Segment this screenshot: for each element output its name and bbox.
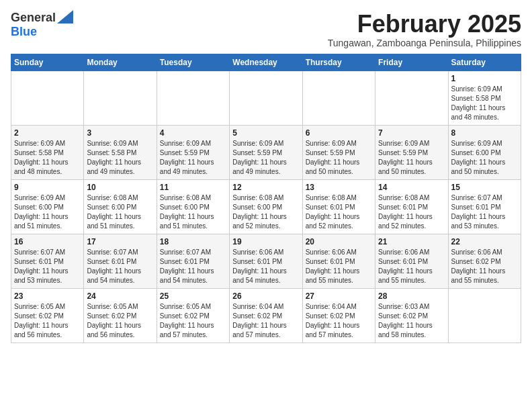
calendar-cell: 25Sunrise: 6:05 AM Sunset: 6:02 PM Dayli… <box>157 288 229 342</box>
day-info: Sunrise: 6:04 AM Sunset: 6:02 PM Dayligh… <box>232 302 299 340</box>
calendar-table: SundayMondayTuesdayWednesdayThursdayFrid… <box>11 54 521 343</box>
calendar-cell <box>302 71 375 125</box>
calendar-cell: 12Sunrise: 6:08 AM Sunset: 6:00 PM Dayli… <box>230 179 302 234</box>
page-header: General Blue February 2025 Tungawan, Zam… <box>11 11 521 48</box>
calendar-cell: 14Sunrise: 6:08 AM Sunset: 6:01 PM Dayli… <box>375 179 448 234</box>
day-info: Sunrise: 6:09 AM Sunset: 5:59 PM Dayligh… <box>306 139 372 177</box>
day-info: Sunrise: 6:07 AM Sunset: 6:01 PM Dayligh… <box>160 248 226 285</box>
calendar-cell: 11Sunrise: 6:08 AM Sunset: 6:00 PM Dayli… <box>157 179 229 234</box>
calendar-cell: 5Sunrise: 6:09 AM Sunset: 5:59 PM Daylig… <box>230 125 302 179</box>
col-header-tuesday: Tuesday <box>157 54 229 71</box>
calendar-cell <box>11 71 84 125</box>
svg-marker-0 <box>57 10 73 24</box>
day-number: 10 <box>87 183 153 192</box>
calendar-cell <box>84 71 157 125</box>
calendar-cell: 22Sunrise: 6:06 AM Sunset: 6:02 PM Dayli… <box>448 234 521 288</box>
calendar-cell: 8Sunrise: 6:09 AM Sunset: 6:00 PM Daylig… <box>448 125 521 179</box>
logo-general-text: General <box>11 11 56 25</box>
day-number: 20 <box>306 237 372 246</box>
calendar-cell: 28Sunrise: 6:03 AM Sunset: 6:02 PM Dayli… <box>375 288 448 342</box>
calendar-cell: 9Sunrise: 6:09 AM Sunset: 6:00 PM Daylig… <box>11 179 84 234</box>
day-number: 25 <box>160 291 226 301</box>
calendar-title: February 2025 <box>328 11 521 38</box>
day-number: 18 <box>160 237 226 246</box>
day-info: Sunrise: 6:09 AM Sunset: 6:00 PM Dayligh… <box>451 139 518 177</box>
calendar-cell: 6Sunrise: 6:09 AM Sunset: 5:59 PM Daylig… <box>302 125 375 179</box>
calendar-week-row: 23Sunrise: 6:05 AM Sunset: 6:02 PM Dayli… <box>11 288 521 342</box>
col-header-saturday: Saturday <box>448 54 521 71</box>
day-number: 4 <box>160 128 226 138</box>
day-number: 19 <box>232 237 299 246</box>
day-number: 7 <box>378 128 445 138</box>
day-number: 28 <box>378 291 445 301</box>
day-number: 17 <box>87 237 153 246</box>
day-info: Sunrise: 6:05 AM Sunset: 6:02 PM Dayligh… <box>160 302 226 340</box>
day-info: Sunrise: 6:06 AM Sunset: 6:01 PM Dayligh… <box>378 248 445 285</box>
calendar-week-row: 1Sunrise: 6:09 AM Sunset: 5:58 PM Daylig… <box>11 71 521 125</box>
calendar-cell: 19Sunrise: 6:06 AM Sunset: 6:01 PM Dayli… <box>230 234 302 288</box>
day-number: 15 <box>451 183 518 192</box>
day-info: Sunrise: 6:08 AM Sunset: 6:00 PM Dayligh… <box>87 193 153 231</box>
day-info: Sunrise: 6:06 AM Sunset: 6:01 PM Dayligh… <box>306 248 372 285</box>
calendar-cell: 1Sunrise: 6:09 AM Sunset: 5:58 PM Daylig… <box>448 71 521 125</box>
calendar-cell: 2Sunrise: 6:09 AM Sunset: 5:58 PM Daylig… <box>11 125 84 179</box>
calendar-subtitle: Tungawan, Zamboanga Peninsula, Philippin… <box>328 38 521 48</box>
calendar-cell: 27Sunrise: 6:04 AM Sunset: 6:02 PM Dayli… <box>302 288 375 342</box>
logo-icon <box>57 10 73 24</box>
day-number: 21 <box>378 237 445 246</box>
calendar-header-row: SundayMondayTuesdayWednesdayThursdayFrid… <box>11 54 521 71</box>
day-info: Sunrise: 6:09 AM Sunset: 5:58 PM Dayligh… <box>451 85 518 122</box>
day-number: 5 <box>232 128 299 138</box>
logo: General Blue <box>11 11 73 39</box>
calendar-cell: 13Sunrise: 6:08 AM Sunset: 6:01 PM Dayli… <box>302 179 375 234</box>
calendar-week-row: 2Sunrise: 6:09 AM Sunset: 5:58 PM Daylig… <box>11 125 521 179</box>
day-number: 27 <box>306 291 372 301</box>
day-info: Sunrise: 6:06 AM Sunset: 6:01 PM Dayligh… <box>232 248 299 285</box>
col-header-monday: Monday <box>84 54 157 71</box>
calendar-cell <box>448 288 521 342</box>
calendar-cell: 21Sunrise: 6:06 AM Sunset: 6:01 PM Dayli… <box>375 234 448 288</box>
day-info: Sunrise: 6:09 AM Sunset: 5:59 PM Dayligh… <box>232 139 299 177</box>
day-number: 13 <box>306 183 372 192</box>
day-info: Sunrise: 6:09 AM Sunset: 5:58 PM Dayligh… <box>87 139 153 177</box>
day-number: 24 <box>87 291 153 301</box>
calendar-cell: 7Sunrise: 6:09 AM Sunset: 5:59 PM Daylig… <box>375 125 448 179</box>
col-header-wednesday: Wednesday <box>230 54 302 71</box>
day-number: 2 <box>14 128 81 138</box>
day-info: Sunrise: 6:07 AM Sunset: 6:01 PM Dayligh… <box>14 248 81 285</box>
day-number: 23 <box>14 291 81 301</box>
calendar-cell: 3Sunrise: 6:09 AM Sunset: 5:58 PM Daylig… <box>84 125 157 179</box>
day-info: Sunrise: 6:06 AM Sunset: 6:02 PM Dayligh… <box>451 248 518 285</box>
day-info: Sunrise: 6:09 AM Sunset: 5:58 PM Dayligh… <box>14 139 81 177</box>
day-number: 14 <box>378 183 445 192</box>
calendar-week-row: 16Sunrise: 6:07 AM Sunset: 6:01 PM Dayli… <box>11 234 521 288</box>
calendar-cell: 4Sunrise: 6:09 AM Sunset: 5:59 PM Daylig… <box>157 125 229 179</box>
day-info: Sunrise: 6:08 AM Sunset: 6:00 PM Dayligh… <box>160 193 226 231</box>
day-info: Sunrise: 6:05 AM Sunset: 6:02 PM Dayligh… <box>14 302 81 340</box>
calendar-cell: 10Sunrise: 6:08 AM Sunset: 6:00 PM Dayli… <box>84 179 157 234</box>
day-number: 16 <box>14 237 81 246</box>
day-info: Sunrise: 6:09 AM Sunset: 6:00 PM Dayligh… <box>14 193 81 231</box>
day-info: Sunrise: 6:07 AM Sunset: 6:01 PM Dayligh… <box>451 193 518 231</box>
logo-blue-text: Blue <box>11 25 37 39</box>
day-info: Sunrise: 6:04 AM Sunset: 6:02 PM Dayligh… <box>306 302 372 340</box>
calendar-cell: 20Sunrise: 6:06 AM Sunset: 6:01 PM Dayli… <box>302 234 375 288</box>
col-header-friday: Friday <box>375 54 448 71</box>
day-info: Sunrise: 6:03 AM Sunset: 6:02 PM Dayligh… <box>378 302 445 340</box>
calendar-cell: 18Sunrise: 6:07 AM Sunset: 6:01 PM Dayli… <box>157 234 229 288</box>
calendar-cell <box>157 71 229 125</box>
calendar-cell: 17Sunrise: 6:07 AM Sunset: 6:01 PM Dayli… <box>84 234 157 288</box>
day-number: 11 <box>160 183 226 192</box>
day-info: Sunrise: 6:07 AM Sunset: 6:01 PM Dayligh… <box>87 248 153 285</box>
calendar-cell: 26Sunrise: 6:04 AM Sunset: 6:02 PM Dayli… <box>230 288 302 342</box>
day-info: Sunrise: 6:05 AM Sunset: 6:02 PM Dayligh… <box>87 302 153 340</box>
col-header-sunday: Sunday <box>11 54 84 71</box>
calendar-cell <box>375 71 448 125</box>
day-number: 12 <box>232 183 299 192</box>
title-section: February 2025 Tungawan, Zamboanga Penins… <box>328 11 521 48</box>
day-number: 26 <box>232 291 299 301</box>
day-info: Sunrise: 6:08 AM Sunset: 6:01 PM Dayligh… <box>306 193 372 231</box>
calendar-cell: 16Sunrise: 6:07 AM Sunset: 6:01 PM Dayli… <box>11 234 84 288</box>
calendar-week-row: 9Sunrise: 6:09 AM Sunset: 6:00 PM Daylig… <box>11 179 521 234</box>
day-number: 8 <box>451 128 518 138</box>
